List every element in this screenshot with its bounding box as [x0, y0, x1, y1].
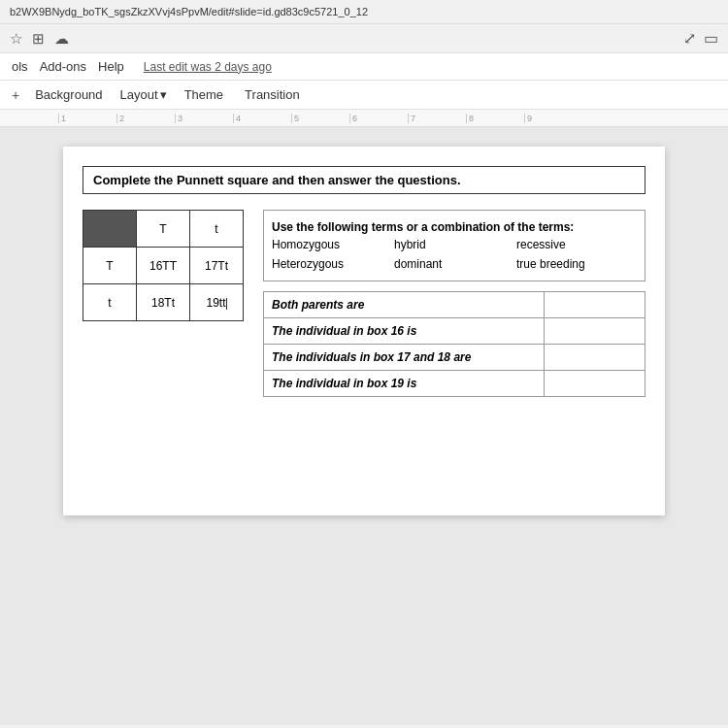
- slide: Complete the Punnett square and then ans…: [63, 147, 665, 515]
- punnett-cell-18[interactable]: 18Tt: [137, 284, 190, 321]
- term-heterozygous: Heterozygous: [272, 255, 392, 273]
- question-3-text: The individuals in box 17 and 18 are: [264, 345, 545, 371]
- punnett-table: T t T 16TT 17Tt t 18Tt 19tt: [83, 210, 244, 321]
- punnett-row-T: T 16TT 17Tt: [83, 248, 244, 284]
- menu-help[interactable]: Help: [94, 57, 128, 76]
- slides-toolbar: + Background Layout ▾ Theme Transition: [0, 81, 728, 110]
- answer-2[interactable]: [545, 318, 645, 345]
- transition-button[interactable]: Transition: [235, 84, 310, 105]
- sidebar-icon[interactable]: ▭: [704, 29, 718, 48]
- grid-icon[interactable]: ⊞: [32, 30, 45, 48]
- terms-box: Use the following terms or a combination…: [263, 210, 645, 281]
- question-row-2: The individual in box 16 is: [264, 318, 645, 345]
- punnett-row-header-t: t: [83, 284, 137, 321]
- add-slide-button[interactable]: +: [8, 85, 23, 105]
- question-row-1: Both parents are: [264, 292, 645, 318]
- right-content: Use the following terms or a combination…: [263, 210, 645, 397]
- ruler-mark-8: 8: [466, 114, 524, 123]
- background-button[interactable]: Background: [25, 84, 112, 105]
- punnett-cell-19[interactable]: 19tt: [190, 284, 244, 321]
- ruler: 1 2 3 4 5 6 7 8 9: [0, 110, 728, 127]
- menu-ols[interactable]: ols: [8, 57, 32, 76]
- term-dominant: dominant: [394, 255, 514, 273]
- punnett-cell-17[interactable]: 17Tt: [190, 248, 244, 284]
- term-hybrid: hybrid: [394, 236, 514, 253]
- question-2-text: The individual in box 16 is: [264, 318, 545, 345]
- answer-4[interactable]: [545, 371, 645, 397]
- ruler-mark-6: 6: [349, 114, 408, 123]
- punnett-col-header-T: T: [137, 211, 190, 248]
- main-slide-area: Complete the Punnett square and then ans…: [0, 127, 728, 725]
- punnett-row-header-T: T: [83, 248, 137, 284]
- question-4-text: The individual in box 19 is: [264, 371, 545, 397]
- terms-title: Use the following terms or a combination…: [272, 218, 637, 236]
- last-edit-label: Last edit was 2 days ago: [140, 58, 276, 76]
- slide-header: Complete the Punnett square and then ans…: [83, 166, 645, 194]
- app-menu-toolbar: ols Add-ons Help Last edit was 2 days ag…: [0, 53, 728, 81]
- question-row-4: The individual in box 19 is: [264, 371, 645, 397]
- answer-3[interactable]: [545, 345, 645, 371]
- question-row-3: The individuals in box 17 and 18 are: [264, 345, 645, 371]
- layout-arrow-icon: ▾: [160, 87, 167, 102]
- punnett-col-header-t: t: [190, 211, 244, 248]
- ruler-mark-4: 4: [233, 114, 291, 123]
- answer-1[interactable]: [545, 292, 645, 318]
- ruler-mark-9: 9: [524, 114, 582, 123]
- text-cursor: [226, 298, 227, 310]
- punnett-cell-16[interactable]: 16TT: [137, 248, 190, 284]
- address-bar[interactable]: b2WX9BNydg_boTK_sgsZkzXVvj4sPpvM/edit#sl…: [0, 0, 728, 24]
- punnett-container: T t T 16TT 17Tt t 18Tt 19tt: [83, 210, 244, 397]
- punnett-corner-cell: [83, 211, 137, 248]
- terms-grid: Homozygous hybrid recessive Heterozygous…: [272, 236, 637, 273]
- ruler-mark-5: 5: [291, 114, 349, 123]
- ruler-mark-1: 1: [58, 114, 116, 123]
- url-text: b2WX9BNydg_boTK_sgsZkzXVvj4sPpvM/edit#sl…: [10, 6, 368, 17]
- punnett-header-row: T t: [83, 211, 244, 248]
- slide-header-text: Complete the Punnett square and then ans…: [93, 173, 461, 187]
- cloud-icon[interactable]: ☁: [54, 30, 69, 48]
- ruler-mark-3: 3: [175, 114, 233, 123]
- theme-button[interactable]: Theme: [175, 84, 233, 105]
- ruler-mark-2: 2: [116, 114, 175, 123]
- punnett-row-t: t 18Tt 19tt: [83, 284, 244, 321]
- questions-table: Both parents are The individual in box 1…: [263, 291, 645, 397]
- star-icon[interactable]: ☆: [10, 30, 22, 48]
- question-1-text: Both parents are: [264, 292, 545, 318]
- term-homozygous: Homozygous: [272, 236, 392, 253]
- ruler-mark-7: 7: [408, 114, 466, 123]
- slide-content: T t T 16TT 17Tt t 18Tt 19tt: [83, 210, 645, 397]
- expand-icon[interactable]: ⤢: [683, 29, 696, 48]
- menu-addons[interactable]: Add-ons: [36, 57, 90, 76]
- term-recessive: recessive: [516, 236, 637, 253]
- layout-button[interactable]: Layout ▾: [115, 84, 173, 105]
- browser-toolbar: ☆ ⊞ ☁ ⤢ ▭: [0, 24, 728, 53]
- term-true-breeding: true breeding: [516, 255, 637, 273]
